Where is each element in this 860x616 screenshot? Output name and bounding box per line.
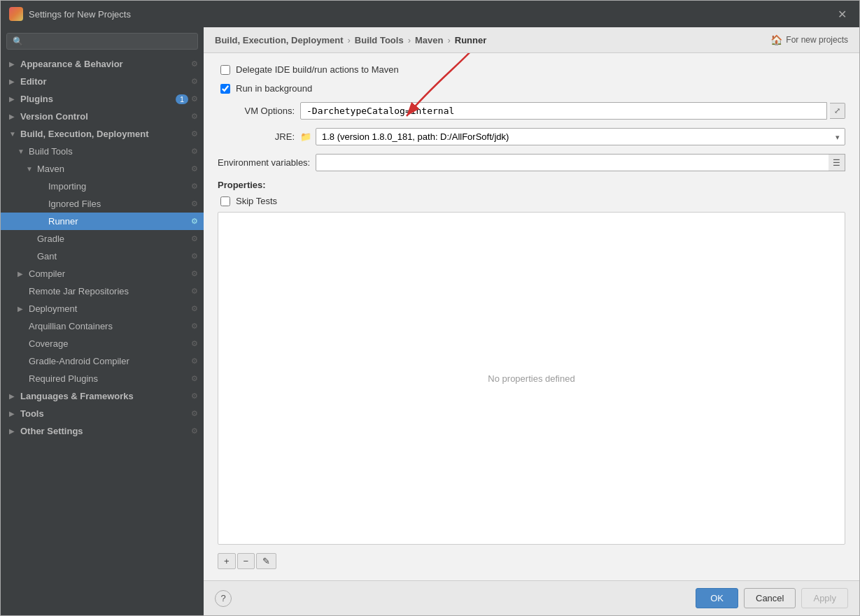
sidebar-item-build-tools[interactable]: ▼ Build Tools ⚙ [1,143,204,160]
search-box[interactable]: 🔍 [6,33,198,50]
jre-field-wrap: 📁 1.8 (version 1.8.0_181, path: D:/AllFo… [300,128,845,145]
breadcrumb-part-2: Build Tools [355,35,404,45]
sidebar-item-label: Tools [20,408,188,419]
env-input-wrap: ☰ [316,154,845,171]
sidebar-item-runner[interactable]: ▶ Runner ⚙ [1,213,204,230]
skip-tests-label[interactable]: Skip Tests [236,196,277,206]
properties-label: Properties: [218,180,845,190]
bottom-bar: ? OK Cancel Apply [204,580,859,615]
settings-icon: ⚙ [191,164,198,173]
breadcrumb-sep-2: › [408,35,411,45]
sidebar-item-other-settings[interactable]: ▶ Other Settings ⚙ [1,422,204,440]
sidebar-item-maven[interactable]: ▼ Maven ⚙ [1,160,204,178]
settings-icon: ⚙ [191,77,198,86]
jre-label: JRE: [218,131,295,142]
plugins-badge: 1 [176,94,188,104]
sidebar-item-label: Appearance & Behavior [20,59,188,69]
settings-icon: ⚙ [191,374,198,383]
delegate-checkbox[interactable] [220,65,230,75]
arrow-icon: ▶ [9,392,17,400]
sidebar-item-tools[interactable]: ▶ Tools ⚙ [1,405,204,422]
help-button[interactable]: ? [215,590,232,607]
sidebar-item-gradle-android[interactable]: ▶ Gradle-Android Compiler ⚙ [1,352,204,370]
breadcrumb-current: Runner [455,35,487,45]
form-content: Delegate IDE build/run actions to Maven … [204,53,859,580]
search-icon: 🔍 [13,36,23,46]
remove-property-button[interactable]: − [237,553,255,569]
arrow-icon: ▼ [17,148,26,155]
new-projects-icon: 🏠 [770,34,782,45]
sidebar: 🔍 ▶ Appearance & Behavior ⚙ ▶ Editor ⚙ ▶… [1,27,204,615]
sidebar-item-label: Other Settings [20,426,188,436]
sidebar-item-label: Ignored Files [48,199,188,209]
sidebar-item-coverage[interactable]: ▶ Coverage ⚙ [1,335,204,352]
skip-tests-checkbox[interactable] [220,196,230,206]
breadcrumb-bar: Build, Execution, Deployment › Build Too… [204,27,859,53]
env-variables-input[interactable] [316,154,845,171]
sidebar-item-build-exec-deploy[interactable]: ▼ Build, Execution, Deployment ⚙ [1,125,204,143]
arrow-icon: ▶ [17,305,26,313]
sidebar-item-label: Deployment [29,303,188,314]
settings-icon: ⚙ [191,234,198,243]
vm-options-label: VM Options: [218,106,295,116]
sidebar-item-remote-jar[interactable]: ▶ Remote Jar Repositories ⚙ [1,282,204,300]
jre-select-wrap: 1.8 (version 1.8.0_181, path: D:/AllForS… [316,128,845,145]
jre-select[interactable]: 1.8 (version 1.8.0_181, path: D:/AllForS… [316,128,845,145]
sidebar-item-importing[interactable]: ▶ Importing ⚙ [1,178,204,195]
sidebar-item-languages[interactable]: ▶ Languages & Frameworks ⚙ [1,387,204,405]
run-in-background-label[interactable]: Run in background [236,83,312,94]
sidebar-item-plugins[interactable]: ▶ Plugins 1 ⚙ [1,90,204,108]
arrow-icon: ▼ [9,130,17,138]
cancel-button[interactable]: Cancel [744,588,796,608]
env-variables-label: Environment variables: [218,157,310,168]
delegate-checkbox-row: Delegate IDE build/run actions to Maven [218,64,845,75]
settings-icon: ⚙ [191,269,198,278]
breadcrumb-part-1: Build, Execution, Deployment [215,35,343,45]
close-button[interactable]: ✕ [833,6,851,22]
settings-icon: ⚙ [191,112,198,121]
add-property-button[interactable]: + [218,553,236,569]
run-in-background-checkbox[interactable] [220,84,230,94]
arrow-icon: ▶ [9,427,17,435]
properties-table: No properties defined [218,212,845,545]
arrow-icon: ▶ [9,113,17,120]
sidebar-item-label: Version Control [20,111,188,122]
sidebar-item-arquillian[interactable]: ▶ Arquillian Containers ⚙ [1,317,204,335]
table-toolbar: + − ✎ [218,553,845,569]
sidebar-item-appearance[interactable]: ▶ Appearance & Behavior ⚙ [1,55,204,73]
ok-button[interactable]: OK [696,588,738,608]
sidebar-item-compiler[interactable]: ▶ Compiler ⚙ [1,265,204,282]
vm-options-input[interactable] [300,102,827,120]
title-bar: Settings for New Projects ✕ [1,1,859,27]
sidebar-item-label: Coverage [29,338,188,349]
sidebar-item-gant[interactable]: ▶ Gant ⚙ [1,248,204,265]
settings-icon: ⚙ [191,129,198,138]
apply-button[interactable]: Apply [801,588,848,608]
sidebar-item-editor[interactable]: ▶ Editor ⚙ [1,73,204,90]
vm-options-field-wrap: ⤢ [300,102,845,120]
sidebar-item-label: Required Plugins [29,373,188,384]
for-new-projects-label: 🏠 For new projects [770,34,848,45]
sidebar-item-required-plugins[interactable]: ▶ Required Plugins ⚙ [1,370,204,387]
run-in-background-row: Run in background [218,83,845,94]
search-input[interactable] [27,36,192,46]
sidebar-item-label: Remote Jar Repositories [29,286,188,296]
no-properties-text: No properties defined [488,373,574,384]
sidebar-item-deployment[interactable]: ▶ Deployment ⚙ [1,300,204,317]
env-variables-expand-button[interactable]: ☰ [829,154,845,171]
jre-folder-icon: 📁 [300,131,311,142]
sidebar-item-label: Gant [37,251,188,262]
main-content-area: Build, Execution, Deployment › Build Too… [204,27,859,615]
sidebar-item-ignored-files[interactable]: ▶ Ignored Files ⚙ [1,195,204,213]
delegate-label[interactable]: Delegate IDE build/run actions to Maven [236,64,399,75]
breadcrumb-sep-1: › [347,35,350,45]
vm-options-expand-button[interactable]: ⤢ [830,103,845,119]
sidebar-item-label: Build, Execution, Deployment [20,129,188,139]
sidebar-item-label: Runner [48,216,188,227]
sidebar-item-version-control[interactable]: ▶ Version Control ⚙ [1,108,204,125]
env-variables-row: Environment variables: ☰ [218,154,845,171]
settings-icon: ⚙ [191,322,198,331]
sidebar-item-label: Maven [37,164,188,174]
edit-property-button[interactable]: ✎ [256,553,276,569]
sidebar-item-gradle[interactable]: ▶ Gradle ⚙ [1,230,204,248]
